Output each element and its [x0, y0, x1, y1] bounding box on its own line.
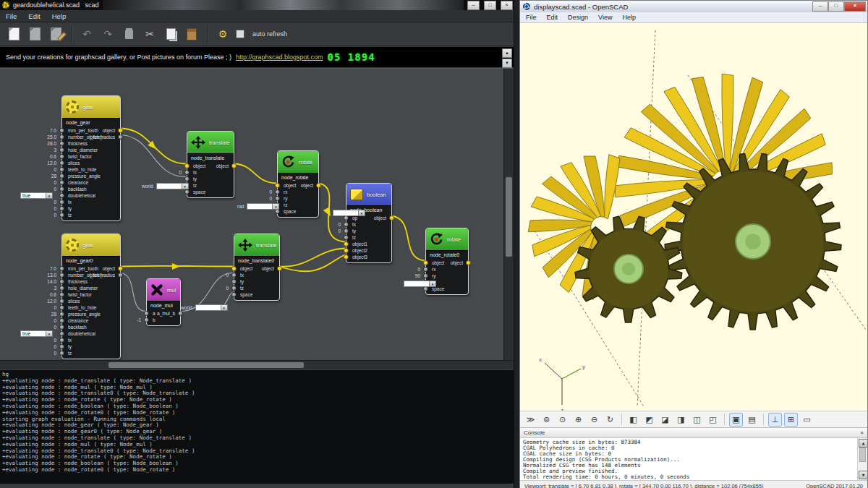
input-value[interactable]: 25.0 [29, 134, 56, 140]
input-port[interactable] [231, 273, 237, 278]
input-port[interactable] [59, 279, 64, 284]
dropdown[interactable]: ▾ [195, 304, 228, 311]
node-gear1[interactable]: gearnode_gear7.0mm_per_toothobject25.0nu… [61, 95, 121, 221]
output-port[interactable] [178, 311, 183, 316]
input-value[interactable]: 28.0 [29, 141, 56, 146]
input-port[interactable] [59, 160, 64, 166]
output-port[interactable] [118, 134, 123, 140]
input-port[interactable] [59, 128, 64, 133]
dropdown-arrow-icon[interactable]: ▾ [359, 210, 365, 216]
input-value[interactable]: 0 [29, 187, 56, 192]
input-port[interactable] [144, 311, 149, 316]
output-port[interactable] [466, 260, 471, 265]
minimize-button[interactable]: – [467, 1, 480, 10]
input-port[interactable] [59, 180, 64, 185]
input-value[interactable]: 0 [154, 170, 182, 175]
dropdown-value[interactable] [156, 183, 182, 189]
input-value[interactable]: 0 [313, 228, 341, 234]
floating-dropdown-0[interactable]: world▾ [142, 183, 189, 189]
dropdown-value[interactable]: true [20, 330, 46, 337]
dropdown-value[interactable] [247, 203, 273, 210]
input-value[interactable]: 13.0 [29, 273, 56, 278]
input-port[interactable] [59, 338, 64, 343]
input-port[interactable] [184, 176, 190, 181]
copy-icon[interactable] [163, 26, 179, 42]
input-port[interactable] [231, 266, 237, 271]
input-port[interactable] [344, 235, 349, 240]
console-scroll-thumb[interactable] [859, 448, 866, 462]
menu-item-help[interactable]: Help [52, 12, 67, 20]
dropdown-value[interactable]: true [20, 192, 46, 199]
input-port[interactable] [59, 200, 64, 205]
input-port[interactable] [59, 305, 64, 310]
console-scrollbar[interactable]: ▲ ▼ [857, 438, 867, 480]
openscad-titlebar[interactable]: displayscad.scad - OpenSCAD – □ × [520, 1, 867, 12]
input-value[interactable]: 0.6 [29, 292, 56, 297]
open-file-icon[interactable] [27, 26, 43, 42]
input-value[interactable]: 0 [29, 338, 56, 343]
evaluation-log[interactable]: hg+evaluating node : node_translate ( ty… [0, 369, 514, 484]
dropdown-arrow-icon[interactable]: ▾ [221, 304, 228, 311]
node-boolean1[interactable]: booleannode_booleanopobject0tx0tytzobjec… [346, 183, 392, 263]
input-port[interactable] [59, 174, 64, 179]
input-value[interactable]: 90 [393, 273, 420, 278]
zoom-all-icon[interactable]: ⊚ [540, 413, 553, 427]
input-port[interactable] [59, 167, 64, 172]
input-value[interactable]: 0 [29, 351, 56, 356]
paste-icon[interactable] [184, 26, 200, 42]
input-value[interactable]: 0 [393, 267, 420, 272]
render-gear-icon[interactable]: ⚙ [215, 26, 231, 42]
edit-file-icon[interactable] [48, 26, 64, 42]
input-port[interactable] [344, 241, 349, 247]
close-button[interactable]: × [844, 1, 866, 12]
input-value[interactable]: 0 [29, 344, 56, 349]
delete-icon[interactable] [121, 26, 137, 42]
input-port[interactable] [344, 248, 349, 253]
new-file-icon[interactable] [6, 26, 22, 42]
console-scroll-up-icon[interactable]: ▲ [859, 439, 867, 448]
input-port[interactable] [59, 273, 64, 278]
menu-item-design[interactable]: Design [568, 14, 588, 21]
input-port[interactable] [423, 286, 428, 291]
input-port[interactable] [423, 273, 428, 278]
input-port[interactable] [344, 228, 349, 234]
input-port[interactable] [59, 312, 64, 317]
input-port[interactable] [59, 134, 64, 140]
input-port[interactable] [231, 279, 237, 284]
input-port[interactable] [231, 292, 237, 297]
input-value[interactable]: 0 [29, 213, 56, 218]
input-value[interactable]: 0 [29, 206, 56, 211]
dropdown[interactable]: ▾ [333, 210, 365, 216]
input-value[interactable]: 0 [201, 273, 229, 278]
input-value[interactable]: 12.0 [29, 299, 56, 304]
input-port[interactable] [275, 209, 280, 214]
input-value[interactable]: 12.0 [29, 160, 56, 166]
output-port[interactable] [118, 273, 123, 278]
cut-icon[interactable]: ✂ [142, 26, 158, 42]
input-port[interactable] [344, 222, 349, 227]
dropdown[interactable]: ▾ [404, 281, 436, 287]
input-port[interactable] [59, 187, 64, 192]
input-port[interactable] [275, 196, 280, 201]
console-close-icon[interactable]: × [860, 429, 864, 436]
input-value[interactable]: 7.0 [29, 266, 56, 271]
dropdown-arrow-icon[interactable]: ▾ [46, 192, 53, 199]
show-scale-markers-icon[interactable]: ⊞ [784, 413, 798, 427]
input-port[interactable] [59, 206, 64, 211]
zoom-out-icon[interactable]: ⊖ [587, 413, 601, 427]
input-port[interactable] [423, 267, 428, 272]
dropdown-value[interactable] [404, 281, 430, 287]
menu-item-help[interactable]: Help [622, 14, 636, 21]
input-value[interactable]: 3 [29, 286, 56, 291]
input-port[interactable] [184, 163, 190, 168]
node-mul1[interactable]: mulnode_mulaa_mul_b-1b [146, 278, 181, 326]
banner-scroll-down-icon[interactable]: ▼ [502, 59, 512, 68]
view-bottom-icon[interactable]: ◪ [658, 413, 672, 427]
input-value[interactable]: 28 [29, 174, 56, 179]
output-port[interactable] [277, 266, 282, 271]
reset-view-icon[interactable]: ↻ [603, 413, 617, 427]
input-port[interactable] [144, 317, 149, 322]
input-port[interactable] [59, 351, 64, 356]
console-scroll-down-icon[interactable]: ▼ [859, 471, 867, 479]
perspective-icon[interactable]: ▣ [729, 413, 743, 427]
